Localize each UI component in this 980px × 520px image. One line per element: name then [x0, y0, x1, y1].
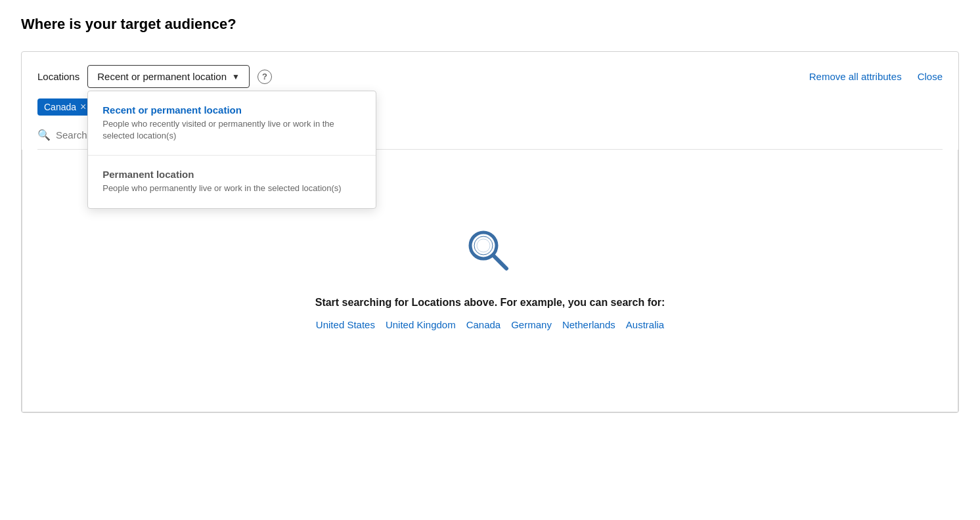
close-button[interactable]: Close: [918, 71, 943, 82]
example-united-states[interactable]: United States: [316, 319, 375, 330]
tag-remove-button[interactable]: ×: [80, 102, 86, 112]
locations-label: Locations: [37, 71, 79, 82]
location-type-selected-label: Recent or permanent location: [97, 71, 227, 82]
tag-label: Canada: [44, 102, 76, 112]
dropdown-item-title-1: Permanent location: [102, 169, 361, 180]
location-type-button[interactable]: Recent or permanent location ▼: [87, 65, 250, 88]
example-australia[interactable]: Australia: [626, 319, 664, 330]
location-type-dropdown: Recent or permanent location ▼ Recent or…: [87, 65, 250, 88]
dropdown-item-recent-permanent[interactable]: Recent or permanent location People who …: [88, 91, 376, 156]
example-germany[interactable]: Germany: [511, 319, 552, 330]
example-links: United States United Kingdom Canada Germ…: [316, 319, 664, 330]
dropdown-item-title-0: Recent or permanent location: [102, 104, 361, 116]
chevron-down-icon: ▼: [232, 72, 240, 81]
help-icon[interactable]: ?: [257, 70, 272, 84]
dropdown-menu: Recent or permanent location People who …: [87, 91, 376, 209]
locations-panel: Locations Recent or permanent location ▼…: [21, 51, 959, 413]
example-united-kingdom[interactable]: United Kingdom: [386, 319, 456, 330]
canada-tag: Canada ×: [37, 98, 93, 116]
example-netherlands[interactable]: Netherlands: [562, 319, 615, 330]
locations-header: Locations Recent or permanent location ▼…: [37, 65, 943, 88]
page-title: Where is your target audience?: [21, 16, 959, 33]
search-illustration: [464, 226, 516, 281]
dropdown-item-desc-0: People who recently visited or permanent…: [102, 118, 361, 142]
search-prompt: Start searching for Locations above. For…: [315, 297, 665, 309]
dropdown-item-permanent[interactable]: Permanent location People who permanentl…: [88, 156, 376, 207]
svg-line-2: [493, 255, 506, 269]
search-icon: 🔍: [37, 129, 51, 141]
dropdown-item-desc-1: People who permanently live or work in t…: [102, 183, 361, 194]
remove-all-attributes-button[interactable]: Remove all attributes: [809, 71, 902, 82]
header-actions: Remove all attributes Close: [809, 71, 943, 82]
example-canada[interactable]: Canada: [466, 319, 501, 330]
